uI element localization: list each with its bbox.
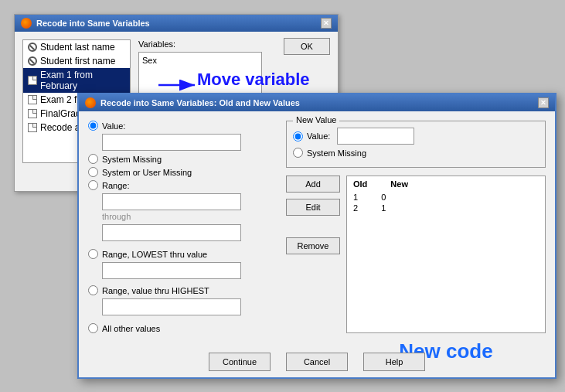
radio-system-user-missing-label: System or User Missing — [102, 168, 192, 177]
fg-title: Recode into Same Variables: Old and New … — [100, 98, 300, 107]
range-start-input[interactable] — [102, 193, 241, 210]
radio-all-other-label: All other values — [102, 324, 160, 333]
ok-button[interactable]: OK — [284, 38, 330, 55]
right-section: New Value Value: 1 System Missing Add Ed… — [286, 121, 546, 363]
circle-slash-icon-2 — [28, 56, 37, 66]
nv-radio-system-missing[interactable]: System Missing — [293, 148, 539, 158]
radio-range-lowest[interactable]: Range, LOWEST thru value — [88, 249, 274, 259]
list-item-lastname-label: Student last name — [40, 42, 115, 53]
edit-button[interactable]: Edit — [286, 199, 340, 216]
list-item-exam1[interactable]: Exam 1 from February — [23, 68, 130, 93]
old-new-table: Old New 1 0 2 1 — [346, 176, 546, 333]
bg-title: Recode into Same Variables — [36, 19, 150, 28]
list-item-firstname-label: Student first name — [40, 56, 115, 66]
list-item-exam1-label: Exam 1 from February — [40, 70, 125, 91]
old-value-input[interactable]: 2 — [102, 134, 241, 151]
radio-all-other[interactable]: All other values — [88, 323, 274, 333]
radio-value-label: Value: — [102, 121, 125, 131]
nv-radio-value-input[interactable] — [293, 131, 303, 141]
radio-range-label: Range: — [102, 181, 129, 190]
dialog-body: Value: 2 System Missing System or User M… — [79, 111, 555, 373]
radio-system-missing[interactable]: System Missing — [88, 154, 274, 164]
range-lowest-input[interactable] — [102, 262, 241, 279]
radio-range-highest[interactable]: Range, value thru HIGHEST — [88, 285, 274, 295]
circle-slash-icon — [28, 43, 37, 52]
radio-range-lowest-input[interactable] — [88, 249, 98, 259]
app-icon — [21, 18, 32, 29]
bg-close-button[interactable]: ✕ — [321, 18, 332, 29]
nv-radio-system-missing-label: System Missing — [307, 148, 366, 158]
doc-icon-3 — [28, 109, 37, 118]
nv-radio-system-missing-input[interactable] — [293, 148, 303, 158]
doc-icon-1 — [28, 76, 37, 85]
radio-range[interactable]: Range: — [88, 180, 274, 190]
list-item-lastname[interactable]: Student last name — [23, 40, 130, 54]
list-item-firstname[interactable]: Student first name — [23, 54, 130, 68]
table-row-1: 1 0 — [350, 192, 542, 203]
middle-right: Add Edit Remove Old New 1 0 — [286, 176, 546, 363]
new-value-group-label: New Value — [293, 115, 339, 124]
nv-radio-value[interactable]: Value: 1 — [293, 128, 539, 145]
radio-system-missing-input[interactable] — [88, 154, 98, 164]
radio-system-user-missing[interactable]: System or User Missing — [88, 167, 274, 177]
radio-system-missing-label: System Missing — [102, 155, 162, 164]
move-variable-text: Move variable — [197, 70, 310, 90]
variables-value: Sex — [142, 56, 157, 65]
cancel-button[interactable]: Cancel — [286, 353, 348, 371]
on-header: Old New — [350, 179, 542, 189]
fg-close-button[interactable]: ✕ — [538, 97, 549, 108]
action-buttons-col: Add Edit Remove — [286, 176, 340, 357]
row2-new: 1 — [381, 203, 386, 213]
fg-dialog: Recode into Same Variables: Old and New … — [77, 93, 556, 379]
old-col-header: Old — [353, 179, 367, 189]
remove-button[interactable]: Remove — [286, 237, 340, 254]
old-new-panel: Old New 1 0 2 1 New code — [346, 176, 546, 363]
fg-app-icon — [85, 97, 96, 108]
range-end-input[interactable] — [102, 224, 241, 241]
radio-range-input[interactable] — [88, 180, 98, 190]
table-row-2: 2 1 — [350, 203, 542, 213]
doc-icon-2 — [28, 95, 37, 104]
continue-button[interactable]: Continue — [209, 353, 271, 371]
range-highest-input[interactable] — [102, 298, 241, 315]
row1-new: 0 — [381, 193, 386, 202]
new-col-header: New — [390, 179, 408, 189]
help-button[interactable]: Help — [363, 353, 425, 371]
radio-range-highest-input[interactable] — [88, 285, 98, 295]
row1-old: 1 — [353, 193, 358, 202]
radio-value[interactable]: Value: — [88, 121, 274, 131]
add-button[interactable]: Add — [286, 176, 340, 193]
row2-old: 2 — [353, 203, 358, 213]
new-value-input[interactable]: 1 — [337, 128, 414, 145]
bg-titlebar: Recode into Same Variables ✕ — [15, 15, 338, 32]
doc-icon-4 — [28, 123, 37, 132]
bottom-buttons: Continue Cancel Help — [79, 346, 555, 377]
fg-titlebar: Recode into Same Variables: Old and New … — [79, 94, 555, 111]
radio-system-user-missing-input[interactable] — [88, 167, 98, 177]
radio-range-lowest-label: Range, LOWEST thru value — [102, 250, 207, 259]
left-values-panel: Value: 2 System Missing System or User M… — [88, 121, 274, 363]
radio-value-input[interactable] — [88, 121, 98, 131]
radio-all-other-input[interactable] — [88, 323, 98, 333]
radio-range-highest-label: Range, value thru HIGHEST — [102, 286, 209, 295]
through-label: through — [102, 212, 274, 221]
new-value-group: New Value Value: 1 System Missing — [286, 121, 546, 168]
nv-radio-value-label: Value: — [307, 131, 330, 141]
